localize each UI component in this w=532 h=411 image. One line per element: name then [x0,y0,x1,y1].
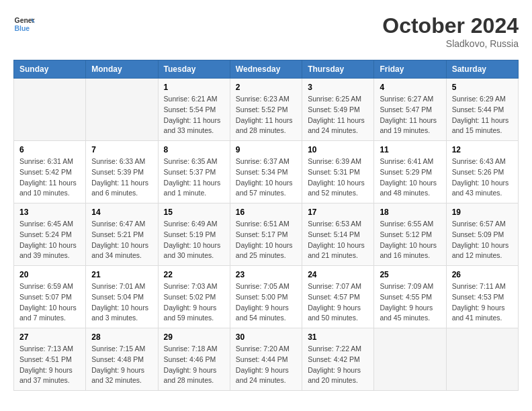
calendar-cell [374,328,446,391]
calendar-cell: 11Sunrise: 6:41 AM Sunset: 5:29 PM Dayli… [374,141,446,203]
svg-text:Blue: Blue [15,25,30,32]
day-info: Sunrise: 6:27 AM Sunset: 5:47 PM Dayligh… [380,94,440,136]
calendar-cell: 29Sunrise: 7:18 AM Sunset: 4:46 PM Dayli… [158,328,230,391]
day-number: 17 [308,208,368,217]
calendar-cell [14,79,86,141]
day-number: 13 [19,208,80,217]
day-info: Sunrise: 6:31 AM Sunset: 5:42 PM Dayligh… [19,156,80,199]
calendar-cell: 19Sunrise: 6:57 AM Sunset: 5:09 PM Dayli… [446,203,518,266]
header-row: Sunday Monday Tuesday Wednesday Thursday… [14,60,519,79]
day-info: Sunrise: 7:13 AM Sunset: 4:51 PM Dayligh… [19,344,80,386]
calendar-cell: 10Sunrise: 6:39 AM Sunset: 5:31 PM Dayli… [302,141,374,203]
day-info: Sunrise: 6:59 AM Sunset: 5:07 PM Dayligh… [19,281,80,324]
calendar-week-2: 6Sunrise: 6:31 AM Sunset: 5:42 PM Daylig… [14,141,519,203]
day-number: 16 [236,208,296,217]
calendar-week-5: 27Sunrise: 7:13 AM Sunset: 4:51 PM Dayli… [14,328,519,391]
calendar-cell: 20Sunrise: 6:59 AM Sunset: 5:07 PM Dayli… [14,266,86,328]
day-info: Sunrise: 7:15 AM Sunset: 4:48 PM Dayligh… [91,344,152,386]
calendar-cell: 8Sunrise: 6:35 AM Sunset: 5:37 PM Daylig… [158,141,230,203]
day-number: 21 [91,270,152,279]
header-friday: Friday [374,60,446,79]
calendar-week-1: 1Sunrise: 6:21 AM Sunset: 5:54 PM Daylig… [14,79,519,141]
calendar-cell: 27Sunrise: 7:13 AM Sunset: 4:51 PM Dayli… [14,328,86,391]
day-info: Sunrise: 6:47 AM Sunset: 5:21 PM Dayligh… [91,219,152,261]
day-info: Sunrise: 6:51 AM Sunset: 5:17 PM Dayligh… [236,219,296,261]
day-info: Sunrise: 7:18 AM Sunset: 4:46 PM Dayligh… [164,344,224,386]
calendar-cell: 7Sunrise: 6:33 AM Sunset: 5:39 PM Daylig… [86,141,158,203]
calendar-cell: 31Sunrise: 7:22 AM Sunset: 4:42 PM Dayli… [302,328,374,391]
day-number: 2 [236,83,296,92]
day-info: Sunrise: 6:37 AM Sunset: 5:34 PM Dayligh… [236,156,296,199]
day-info: Sunrise: 7:07 AM Sunset: 4:57 PM Dayligh… [308,281,368,324]
day-number: 5 [452,83,513,92]
day-info: Sunrise: 6:57 AM Sunset: 5:09 PM Dayligh… [452,219,513,261]
day-number: 9 [236,145,296,154]
calendar-cell: 5Sunrise: 6:29 AM Sunset: 5:44 PM Daylig… [446,79,518,141]
day-number: 20 [19,270,80,279]
calendar-cell: 1Sunrise: 6:21 AM Sunset: 5:54 PM Daylig… [158,79,230,141]
day-info: Sunrise: 7:11 AM Sunset: 4:53 PM Dayligh… [452,281,513,324]
day-number: 27 [19,332,80,342]
day-info: Sunrise: 6:29 AM Sunset: 5:44 PM Dayligh… [452,94,513,136]
day-number: 25 [380,270,440,279]
calendar-cell: 28Sunrise: 7:15 AM Sunset: 4:48 PM Dayli… [86,328,158,391]
header-sunday: Sunday [14,60,86,79]
day-number: 4 [380,83,440,92]
day-info: Sunrise: 6:23 AM Sunset: 5:52 PM Dayligh… [236,94,296,136]
day-number: 28 [91,332,152,342]
day-number: 8 [164,145,224,154]
calendar-cell: 16Sunrise: 6:51 AM Sunset: 5:17 PM Dayli… [230,203,302,266]
header-tuesday: Tuesday [158,60,230,79]
day-number: 30 [236,332,296,342]
title-area: October 2024 Sladkovo, Russia [382,13,519,49]
calendar-cell: 2Sunrise: 6:23 AM Sunset: 5:52 PM Daylig… [230,79,302,141]
calendar-cell: 12Sunrise: 6:43 AM Sunset: 5:26 PM Dayli… [446,141,518,203]
day-number: 6 [19,145,80,154]
day-info: Sunrise: 7:22 AM Sunset: 4:42 PM Dayligh… [308,344,368,386]
day-number: 7 [91,145,152,154]
day-info: Sunrise: 7:20 AM Sunset: 4:44 PM Dayligh… [236,344,296,386]
day-number: 23 [236,270,296,279]
day-info: Sunrise: 6:43 AM Sunset: 5:26 PM Dayligh… [452,156,513,199]
header-thursday: Thursday [302,60,374,79]
calendar-cell [446,328,518,391]
day-number: 11 [380,145,440,154]
calendar-cell [86,79,158,141]
calendar-week-3: 13Sunrise: 6:45 AM Sunset: 5:24 PM Dayli… [14,203,519,266]
calendar-cell: 17Sunrise: 6:53 AM Sunset: 5:14 PM Dayli… [302,203,374,266]
day-info: Sunrise: 6:41 AM Sunset: 5:29 PM Dayligh… [380,156,440,199]
day-info: Sunrise: 6:45 AM Sunset: 5:24 PM Dayligh… [19,219,80,261]
day-info: Sunrise: 6:35 AM Sunset: 5:37 PM Dayligh… [164,156,224,199]
location-subtitle: Sladkovo, Russia [382,38,519,49]
logo: General Blue [13,13,35,35]
day-number: 12 [452,145,513,154]
day-number: 10 [308,145,368,154]
day-info: Sunrise: 6:33 AM Sunset: 5:39 PM Dayligh… [91,156,152,199]
day-info: Sunrise: 6:39 AM Sunset: 5:31 PM Dayligh… [308,156,368,199]
calendar-cell: 18Sunrise: 6:55 AM Sunset: 5:12 PM Dayli… [374,203,446,266]
day-number: 3 [308,83,368,92]
day-info: Sunrise: 6:25 AM Sunset: 5:49 PM Dayligh… [308,94,368,136]
calendar-week-4: 20Sunrise: 6:59 AM Sunset: 5:07 PM Dayli… [14,266,519,328]
day-info: Sunrise: 6:21 AM Sunset: 5:54 PM Dayligh… [164,94,224,136]
day-info: Sunrise: 7:03 AM Sunset: 5:02 PM Dayligh… [164,281,224,324]
day-number: 26 [452,270,513,279]
calendar-cell: 21Sunrise: 7:01 AM Sunset: 5:04 PM Dayli… [86,266,158,328]
calendar-cell: 9Sunrise: 6:37 AM Sunset: 5:34 PM Daylig… [230,141,302,203]
day-number: 18 [380,208,440,217]
calendar-cell: 23Sunrise: 7:05 AM Sunset: 5:00 PM Dayli… [230,266,302,328]
day-info: Sunrise: 6:49 AM Sunset: 5:19 PM Dayligh… [164,219,224,261]
logo-icon: General Blue [13,13,35,35]
calendar-cell: 30Sunrise: 7:20 AM Sunset: 4:44 PM Dayli… [230,328,302,391]
day-number: 1 [164,83,224,92]
day-number: 22 [164,270,224,279]
calendar-cell: 24Sunrise: 7:07 AM Sunset: 4:57 PM Dayli… [302,266,374,328]
day-number: 24 [308,270,368,279]
header: General Blue October 2024 Sladkovo, Russ… [13,13,519,49]
day-info: Sunrise: 6:55 AM Sunset: 5:12 PM Dayligh… [380,219,440,261]
day-number: 19 [452,208,513,217]
calendar-cell: 14Sunrise: 6:47 AM Sunset: 5:21 PM Dayli… [86,203,158,266]
header-saturday: Saturday [446,60,518,79]
calendar-cell: 15Sunrise: 6:49 AM Sunset: 5:19 PM Dayli… [158,203,230,266]
month-title: October 2024 [382,13,519,38]
